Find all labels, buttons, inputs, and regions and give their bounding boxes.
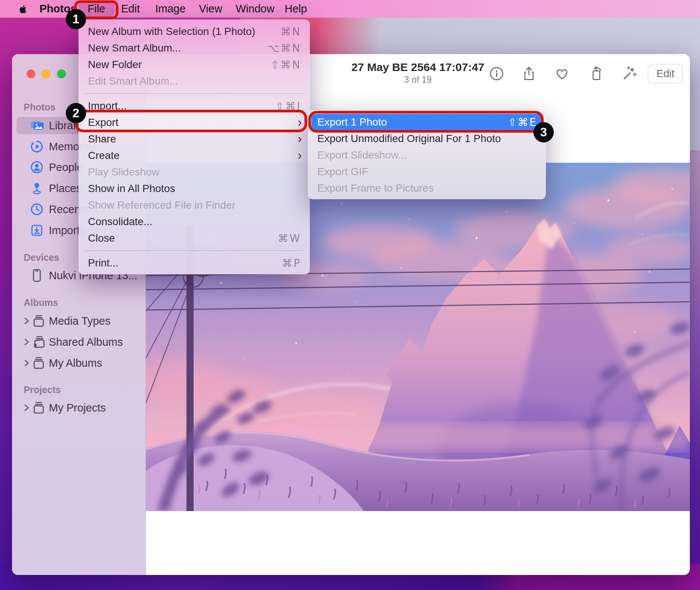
sidebar-item-label: My Albums — [49, 357, 102, 369]
menubar-item-edit[interactable]: Edit — [121, 3, 140, 15]
submenu-item-export-unmodified[interactable]: Export Unmodified Original For 1 Photo — [308, 130, 545, 147]
chevron-right-icon[interactable] — [23, 358, 31, 368]
sidebar-item-label: My Projects — [49, 402, 106, 414]
menu-item-create[interactable]: Create › — [79, 147, 309, 164]
annotation-step-badge-2: 2 — [66, 103, 86, 123]
menubar-item-view[interactable]: View — [199, 3, 222, 15]
sidebar-header-albums: Albums — [24, 297, 58, 308]
menu-item-show-referenced-file: Show Referenced File in Finder — [79, 197, 309, 213]
annotation-box-export — [75, 110, 307, 132]
menu-item-edit-smart-album: Edit Smart Album... — [79, 73, 309, 89]
file-menu-dropdown: New Album with Selection (1 Photo) ⌘N Ne… — [79, 20, 310, 274]
imports-icon — [30, 224, 43, 237]
sidebar-item-label: Media Types — [49, 315, 111, 327]
album-icon — [32, 357, 45, 369]
menu-item-consolidate[interactable]: Consolidate... — [79, 213, 309, 230]
window-minimize-button[interactable] — [42, 70, 50, 78]
window-close-button[interactable] — [27, 70, 35, 78]
album-icon — [32, 315, 45, 327]
chevron-right-icon[interactable] — [23, 403, 31, 413]
menu-item-close[interactable]: Close ⌘W — [79, 230, 309, 247]
window-zoom-button[interactable] — [57, 70, 66, 78]
recents-icon — [30, 203, 43, 216]
memories-icon — [30, 140, 43, 153]
shared-album-icon — [32, 336, 45, 348]
sidebar-item-label: Shared Albums — [49, 336, 123, 348]
sidebar-item-my-projects[interactable]: My Projects — [12, 399, 146, 416]
sidebar-item-label: Places — [49, 182, 82, 195]
sidebar-header-photos: Photos — [24, 102, 56, 113]
menu-item-new-smart-album[interactable]: New Smart Album... ⌥⌘N — [79, 40, 309, 56]
submenu-item-export-gif: Export GIF — [308, 163, 545, 180]
submenu-arrow-icon: › — [298, 148, 302, 162]
project-icon — [32, 401, 45, 414]
sidebar-header-devices: Devices — [24, 252, 59, 263]
annotation-box-export-1-photo — [308, 111, 544, 133]
menu-separator — [79, 247, 309, 255]
menu-item-share[interactable]: Share › — [79, 131, 309, 147]
rotate-icon[interactable] — [588, 65, 605, 82]
menu-item-print[interactable]: Print... ⌘P — [79, 255, 309, 271]
sidebar-header-projects: Projects — [24, 384, 61, 395]
menubar-item-image[interactable]: Image — [155, 3, 186, 15]
info-icon[interactable] — [488, 65, 505, 82]
edit-button[interactable]: Edit — [648, 64, 683, 83]
menu-item-new-folder[interactable]: New Folder ⇧⌘N — [79, 56, 309, 73]
iphone-icon — [30, 269, 43, 282]
menu-item-play-slideshow: Play Slideshow — [79, 164, 309, 180]
auto-enhance-icon[interactable] — [621, 65, 638, 82]
annotation-step-badge-3: 3 — [533, 122, 554, 142]
submenu-item-export-frame: Export Frame to Pictures — [308, 180, 545, 197]
menu-item-show-in-all-photos[interactable]: Show in All Photos — [79, 180, 309, 197]
apple-logo-icon[interactable] — [17, 3, 27, 15]
menu-item-new-album[interactable]: New Album with Selection (1 Photo) ⌘N — [79, 23, 309, 40]
menu-separator — [79, 89, 309, 98]
favorite-icon[interactable] — [553, 65, 571, 82]
sidebar-item-my-albums[interactable]: My Albums — [12, 354, 146, 372]
library-icon — [30, 120, 44, 131]
submenu-item-export-slideshow: Export Slideshow... — [308, 147, 545, 163]
people-icon — [30, 161, 43, 174]
chevron-right-icon[interactable] — [23, 337, 31, 347]
sidebar-item-label: People — [49, 161, 83, 174]
chevron-right-icon[interactable] — [23, 316, 31, 326]
sidebar-item-media-types[interactable]: Media Types — [12, 312, 146, 330]
share-icon[interactable] — [520, 65, 538, 82]
submenu-arrow-icon: › — [298, 131, 302, 146]
places-icon — [30, 182, 43, 195]
menubar-item-help[interactable]: Help — [285, 3, 307, 15]
annotation-step-badge-1: 1 — [66, 9, 86, 29]
sidebar-item-shared-albums[interactable]: Shared Albums — [12, 333, 146, 351]
menubar-item-window[interactable]: Window — [236, 3, 274, 15]
